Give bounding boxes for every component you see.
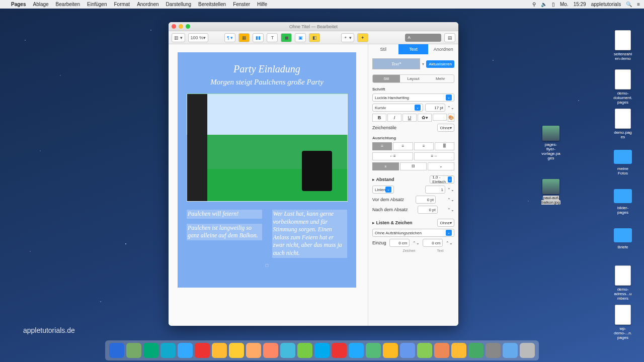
clock-time[interactable]: 15:29 (574, 2, 586, 7)
clock-day[interactable]: Mo. (560, 2, 569, 7)
dock-app-icon[interactable] (417, 343, 432, 358)
insert-text[interactable]: T (267, 33, 278, 42)
indent-text[interactable]: 0 cm (423, 239, 443, 247)
after-para-value[interactable]: 0 pt (418, 206, 438, 214)
valign-middle[interactable]: ⊟ (400, 162, 427, 170)
color-picker-button[interactable]: 🎨 (448, 114, 454, 122)
bullet-style-select[interactable]: Ohne Aufzählungszeichen⌄ (372, 229, 454, 237)
dock-app-icon[interactable] (349, 343, 364, 358)
tab-text[interactable]: Text (398, 44, 429, 54)
insert-table[interactable]: ▦ (238, 33, 250, 42)
spacing-disclosure[interactable]: ▸ Abstand (372, 177, 394, 182)
dock-app-icon[interactable] (126, 343, 141, 358)
dock-app-icon[interactable] (314, 343, 330, 358)
valign-bottom[interactable]: ⌄ (428, 162, 454, 170)
dock-app-icon[interactable] (486, 343, 501, 358)
tab-anordnen[interactable]: Anordnen (428, 44, 458, 54)
lists-disclosure[interactable]: ▸ Listen & Zeichen (372, 220, 413, 225)
menu-item[interactable]: Bereitstellen (198, 2, 226, 7)
stepper-icon[interactable]: ⌃⌄ (446, 241, 453, 245)
volume-icon[interactable]: 🔈 (541, 2, 547, 7)
text-block[interactable]: Paulchen ist langweilig so ganz alleine … (187, 224, 262, 240)
desktop-file[interactable]: demo-dokument.pages (613, 69, 633, 95)
dock-app-icon[interactable] (332, 343, 347, 358)
stepper-icon[interactable]: ⌃⌄ (447, 198, 454, 202)
insert-media[interactable]: ▣ (295, 33, 306, 42)
text-block[interactable]: Paulchen will feiern! (187, 210, 262, 219)
dock-app-icon[interactable] (178, 343, 193, 358)
menu-item[interactable]: Darstellung (166, 2, 192, 7)
insert-comment[interactable]: ◧ (309, 33, 320, 42)
stepper-icon[interactable]: ⌃⌄ (447, 188, 454, 192)
doc-title[interactable]: Party Einladung (187, 63, 347, 75)
subtab-stil[interactable]: Stil (373, 75, 400, 82)
font-size-field[interactable]: 17 pt (425, 104, 445, 112)
dock-app-icon[interactable] (468, 343, 484, 358)
update-style-button[interactable]: Aktualisieren (426, 60, 454, 68)
line-spacing-select[interactable]: 1,0 - Einfach⌄ (430, 175, 454, 184)
insert-shape[interactable]: ◼︎ (281, 33, 292, 42)
zoom-popup[interactable]: 100 % ▾ (188, 33, 209, 42)
menu-app[interactable]: Pages (11, 2, 26, 7)
indent-button[interactable]: ≡→ (414, 152, 455, 160)
spotlight-icon[interactable]: 🔍 (626, 2, 632, 7)
desktop-file[interactable]: demo-adress...umbers (613, 265, 633, 291)
format-panel-toggle[interactable]: A (405, 34, 441, 42)
document-canvas[interactable]: Party Einladung Morgen steigt Paulchens … (169, 44, 368, 326)
menu-item[interactable]: Hilfe (257, 2, 267, 7)
tips[interactable]: ✦ (357, 33, 368, 42)
menu-item[interactable]: Format (114, 2, 130, 7)
menu-item[interactable]: Bearbeiten (56, 2, 80, 7)
subtab-mehr[interactable]: Mehr (427, 75, 454, 82)
username[interactable]: appletutorials (591, 2, 621, 7)
chevron-down-icon[interactable]: ▾ (422, 62, 424, 66)
text-color-well[interactable] (433, 114, 447, 121)
dock-app-icon[interactable] (263, 343, 278, 358)
dock-app-icon[interactable] (383, 343, 398, 358)
dock-app-icon[interactable] (434, 343, 449, 358)
bold-button[interactable]: B (372, 114, 386, 122)
dock-app-icon[interactable] (520, 343, 535, 358)
doc-subtitle[interactable]: Morgen steigt Paulchens große Party (187, 78, 347, 86)
align-left[interactable]: ≡ (372, 142, 392, 150)
font-family-select[interactable]: Lucida Handwriting⌄ (372, 94, 454, 102)
insert-textbox[interactable]: ¶ ▾ (224, 33, 235, 42)
battery-icon[interactable]: ▯ (552, 2, 555, 7)
wifi-icon[interactable]: ⚲ (532, 2, 536, 7)
titlebar[interactable]: Ohne Titel — Bearbeitet (169, 22, 458, 31)
text-block[interactable]: Wer Lust hat, kann gerne vorbeikommen un… (272, 210, 348, 258)
flyer-document[interactable]: Party Einladung Morgen steigt Paulchens … (178, 52, 356, 288)
tab-stil[interactable]: Stil (368, 44, 398, 54)
italic-button[interactable]: I (387, 114, 401, 122)
menu-item[interactable]: Fenster (233, 2, 250, 7)
list-style-select[interactable]: Ohne▾ (437, 219, 454, 227)
stepper-icon[interactable]: ⌃⌄ (447, 106, 454, 110)
desktop-folder[interactable]: bilder-pages (613, 187, 633, 212)
desktop-file-selected[interactable]: paul-auf-balkon.jpg (541, 179, 561, 204)
gear-button[interactable]: ✿▾ (418, 114, 432, 122)
menu-item[interactable]: Einfügen (87, 2, 107, 7)
menu-item[interactable]: Anordnen (137, 2, 158, 7)
indent-bullet[interactable]: 0 cm (389, 239, 410, 247)
desktop-file[interactable]: seitenzahlen-demo (613, 30, 633, 55)
align-right[interactable]: ≡ (414, 142, 434, 150)
lines-value[interactable]: 1 (425, 186, 445, 194)
dock-app-icon[interactable] (366, 343, 381, 358)
doc-photo[interactable] (187, 94, 348, 202)
notifications-icon[interactable]: ≡ (637, 2, 640, 7)
stepper-icon[interactable]: ⌃⌄ (447, 208, 454, 212)
spacing-mode-select[interactable]: Linien⌄ (372, 186, 394, 194)
menu-item[interactable]: Ablage (33, 2, 48, 7)
insert-chart[interactable]: ▮▮ (253, 33, 264, 42)
before-para-value[interactable]: 0 pt (416, 196, 436, 204)
dock-app-icon[interactable] (195, 343, 210, 358)
dock-app-icon[interactable] (109, 343, 124, 358)
paragraph-style[interactable]: Text* (372, 58, 420, 69)
desktop-file[interactable]: wp-demo-...n.pages (613, 305, 633, 330)
desktop-folder[interactable]: meine Fotos (613, 148, 633, 173)
resize-handle-icon[interactable]: □ (187, 263, 347, 268)
doc-columns[interactable]: Paulchen will feiern! Paulchen ist langw… (187, 210, 347, 258)
share-popup[interactable]: ⚬ ▾ (341, 33, 354, 42)
dock[interactable] (105, 340, 539, 360)
subtab-layout[interactable]: Layout (400, 75, 427, 82)
